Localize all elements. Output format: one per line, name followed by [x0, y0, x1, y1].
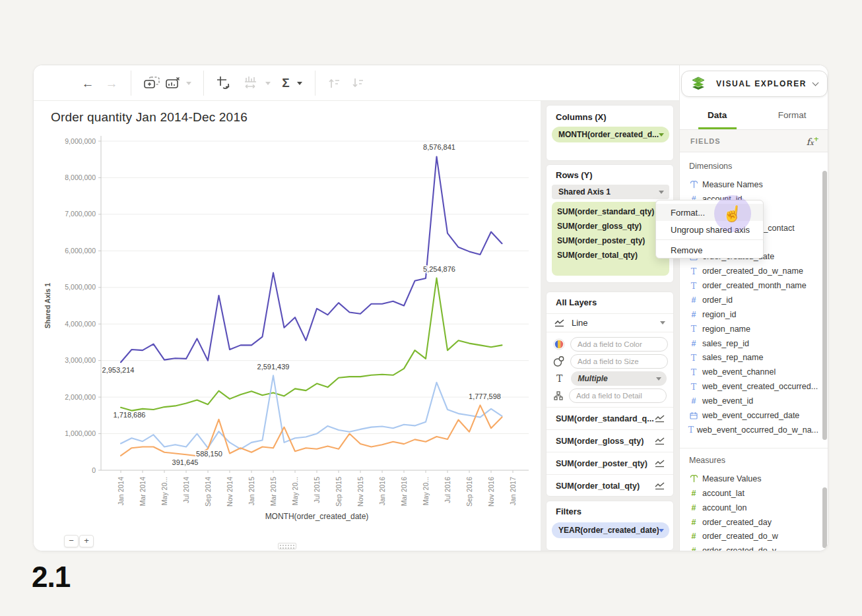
multi-field-icon	[685, 180, 702, 189]
field-item[interactable]: #account_lat	[685, 486, 818, 501]
detail-shelf-icon	[553, 391, 564, 400]
field-item[interactable]: #order_created_do_w	[685, 530, 818, 544]
rows-field-pill[interactable]: SUM(order_poster_qty)	[552, 233, 669, 248]
y-tick-label: 3,000,000	[65, 356, 96, 364]
sort-descending-icon[interactable]	[348, 65, 368, 101]
distribution-icon[interactable]	[241, 65, 262, 101]
tab-format[interactable]: Format	[755, 101, 829, 129]
sigma-caret[interactable]	[294, 65, 306, 101]
x-tick-label: Nov 2016	[487, 477, 495, 507]
field-item[interactable]: Torder_created_do_w_name	[685, 264, 818, 278]
number-field-icon: #	[685, 339, 702, 348]
shared-axis-field-group: SUM(order_standard_qty)SUM(order_gloss_q…	[552, 202, 669, 276]
y-tick-label: 9,000,000	[65, 137, 96, 145]
field-item[interactable]: #order_created_do_y	[685, 543, 818, 551]
filter-field-pill[interactable]: YEAR(order_created_date)	[552, 522, 669, 538]
x-tick-label: Sep 2015	[335, 477, 343, 507]
menu-item-remove[interactable]: Remove	[656, 241, 763, 259]
point-annotation: 2,591,439	[257, 363, 290, 371]
point-annotation: 391,645	[172, 458, 199, 466]
field-label: order_created_do_w_name	[702, 266, 803, 276]
dimensions-scrollbar[interactable]	[822, 171, 827, 440]
number-field-icon: #	[685, 503, 702, 512]
point-annotation: 5,254,876	[423, 265, 455, 273]
swap-axes-icon[interactable]	[213, 65, 234, 101]
rows-field-pill[interactable]: SUM(order_total_qty)	[552, 248, 669, 262]
distribution-caret[interactable]	[262, 65, 274, 101]
text-field-icon: T	[685, 425, 697, 435]
layer-series-row[interactable]: SUM(order_total_qty)	[547, 474, 673, 497]
field-label: Measure Names	[702, 180, 763, 189]
field-item[interactable]: Tweb_event_channel	[685, 365, 818, 379]
color-field-input[interactable]	[570, 337, 668, 352]
point-annotation: 588,150	[196, 450, 222, 458]
field-label: Measure Values	[702, 474, 761, 483]
rows-field-pill[interactable]: SUM(order_gloss_qty)	[552, 219, 669, 233]
x-tick-label: Jan 2014	[117, 477, 125, 505]
field-label: region_name	[702, 324, 750, 334]
rows-shelf-title: Rows (Y)	[556, 170, 593, 180]
sort-ascending-icon[interactable]	[324, 65, 344, 101]
columns-field-pill[interactable]: MONTH(order_created_d...	[552, 127, 669, 142]
screenshot-root: { "page": { "footer_label": "2.1" }, "to…	[0, 0, 862, 616]
duplicate-chart-icon[interactable]	[141, 65, 163, 101]
mark-type-dropdown[interactable]: Line	[547, 313, 673, 332]
layer-series-row[interactable]: SUM(order_gloss_qty)	[547, 429, 673, 452]
field-item[interactable]: #region_id	[685, 307, 818, 322]
number-field-icon: #	[685, 546, 702, 551]
field-item[interactable]: Tregion_name	[685, 322, 818, 336]
number-field-icon: #	[685, 310, 702, 319]
field-label: order_created_day	[702, 518, 772, 527]
x-tick-label: Mar 2015	[269, 477, 277, 507]
series-line-order_standard_qty[interactable]	[121, 278, 502, 411]
field-item[interactable]: #sales_rep_id	[685, 336, 818, 351]
measures-list: Measure Values#account_lat#account_lon#o…	[685, 472, 818, 551]
clear-chart-icon[interactable]	[163, 65, 183, 101]
rows-field-pill[interactable]: SUM(order_standard_qty)	[552, 204, 669, 219]
number-field-icon: #	[685, 295, 702, 305]
field-label: web_event_channel	[702, 367, 776, 377]
field-label: order_created_month_name	[702, 281, 807, 290]
field-item[interactable]: Torder_created_month_name	[685, 278, 818, 293]
series-line-order_poster_qty[interactable]	[121, 405, 502, 456]
tab-data[interactable]: Data	[680, 101, 755, 129]
back-arrow-icon[interactable]: ←	[77, 65, 98, 101]
field-label: account_lon	[702, 503, 746, 512]
layer-series-row[interactable]: SUM(order_standard_q...	[547, 407, 673, 429]
field-item[interactable]: #account_lon	[685, 501, 818, 515]
field-item[interactable]: Measure Names	[685, 177, 818, 192]
y-tick-label: 0	[92, 466, 96, 474]
text-field-pill[interactable]: Multiple	[571, 371, 667, 386]
zoom-in-button[interactable]: +	[79, 535, 94, 547]
size-field-input[interactable]	[570, 354, 668, 369]
field-item[interactable]: Tweb_event_occurred_do_w_na...	[685, 423, 818, 437]
cursor-highlight: ☝	[714, 195, 751, 232]
visual-explorer-button[interactable]: VISUAL EXPLORER	[681, 71, 828, 97]
detail-field-input[interactable]	[569, 388, 667, 403]
resize-handle[interactable]	[278, 543, 296, 549]
menu-separator	[656, 239, 763, 240]
forward-arrow-icon[interactable]: →	[101, 65, 122, 101]
x-tick-label: Jan 2015	[248, 477, 255, 505]
size-shelf-icon	[553, 355, 565, 367]
clear-chart-caret[interactable]	[183, 65, 195, 101]
field-label: web_event_occurred_do_w_na...	[697, 425, 818, 435]
zoom-out-button[interactable]: −	[64, 535, 79, 547]
shared-axis-pill[interactable]: Shared Axis 1	[552, 185, 669, 199]
measures-scrollbar[interactable]	[822, 487, 827, 548]
add-calculated-field-icon[interactable]: fx+	[807, 135, 819, 147]
y-tick-label: 2,000,000	[65, 393, 96, 401]
field-item[interactable]: Tsales_rep_name	[685, 351, 818, 365]
multi-field-icon	[685, 474, 702, 483]
layer-series-row[interactable]: SUM(order_poster_qty)	[547, 452, 673, 474]
number-field-icon: #	[685, 396, 702, 406]
text-field-icon: T	[685, 324, 702, 334]
field-item[interactable]: #web_event_id	[685, 394, 818, 408]
field-item[interactable]: Measure Values	[685, 472, 818, 486]
field-item[interactable]: Tweb_event_created_occurred...	[685, 379, 818, 394]
field-item[interactable]: #order_id	[685, 293, 818, 307]
field-item[interactable]: #order_created_day	[685, 515, 818, 530]
field-item[interactable]: web_event_occurred_date	[685, 408, 818, 423]
field-label: web_event_id	[702, 396, 753, 406]
sigma-aggregate-icon[interactable]: Σ	[277, 65, 295, 101]
